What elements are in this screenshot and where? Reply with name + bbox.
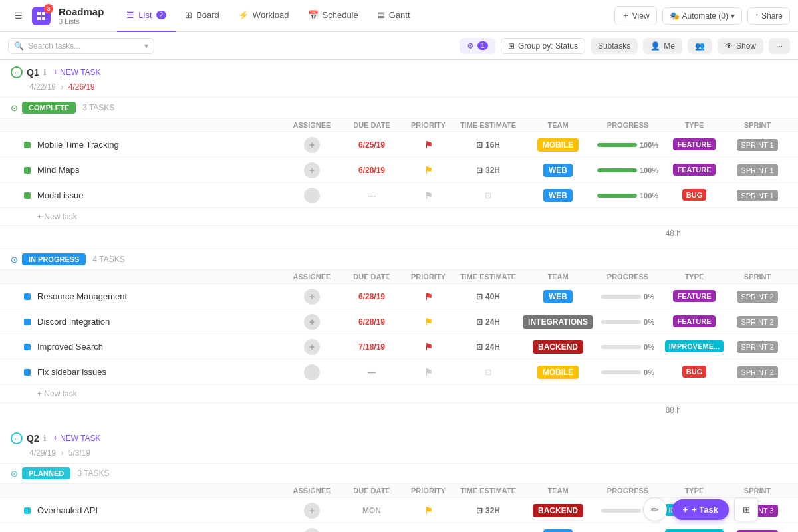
share-button[interactable]: ↑ Share — [747, 7, 790, 25]
subtasks-button[interactable]: Subtasks — [591, 38, 638, 54]
me-button[interactable]: 👤 Me — [643, 38, 682, 54]
task-name: Discord Integration — [37, 317, 282, 327]
task-row[interactable]: Mobile Time Tracking + 6/25/19 ⚑ ⊡ 16h M… — [0, 132, 798, 158]
q2-info-icon[interactable]: ℹ — [43, 434, 47, 443]
tab-list[interactable]: ☰ List 2 — [117, 0, 176, 32]
more-options-button[interactable]: ··· — [769, 38, 790, 54]
progress-fill — [597, 168, 637, 172]
automate-button[interactable]: 🎭 Automate (0) ▾ — [662, 7, 742, 25]
show-button[interactable]: 👁 Show — [718, 38, 763, 54]
col-sprint: SPRINT — [728, 273, 787, 281]
main-content: ○ Q1 ℹ + NEW TASK 4/22/19 › 4/26/19 ⊙ CO… — [0, 60, 798, 532]
avatar[interactable]: + — [304, 289, 320, 305]
me-icon: 👤 — [650, 41, 660, 51]
task-assignee[interactable]: + — [282, 503, 342, 519]
task-dot — [24, 142, 31, 148]
q2-toggle[interactable]: ○ — [11, 432, 23, 444]
task-assignee[interactable]: + — [282, 137, 342, 153]
task-team: Web — [521, 189, 595, 202]
edit-fab-button[interactable]: ✏ — [643, 497, 667, 521]
avatar[interactable]: + — [304, 162, 320, 178]
grid-fab-button[interactable]: ⊞ — [734, 497, 758, 521]
progress-fill — [597, 194, 637, 198]
q1-arrow: › — [61, 82, 63, 92]
avatar[interactable]: ⊡ — [304, 188, 320, 203]
in-progress-toggle[interactable]: ⊙ — [11, 255, 18, 265]
type-badge: Feature — [673, 315, 715, 327]
task-assignee[interactable]: + — [282, 314, 342, 330]
team-badge: Mobile — [537, 366, 579, 379]
group-by-button[interactable]: ⊞ Group by: Status — [501, 38, 585, 54]
task-name: Fix sidebar issues — [37, 367, 282, 377]
filter-button[interactable]: ⚙ 1 — [460, 38, 495, 54]
avatar[interactable]: + — [304, 339, 320, 355]
avatar[interactable]: + — [304, 137, 320, 153]
complete-toggle[interactable]: ⊙ — [11, 103, 18, 113]
task-assignee[interactable]: + — [282, 289, 342, 305]
add-task-complete[interactable]: + New task — [0, 208, 798, 225]
task-team: Backend — [521, 340, 595, 354]
tab-workload[interactable]: ⚡ Workload — [229, 0, 299, 32]
task-time: ⊡ 32h — [455, 166, 521, 175]
app-title: Roadmap — [59, 6, 104, 17]
sprint-badge: Sprint 3 — [737, 530, 777, 533]
add-task-in-progress[interactable]: + New task — [0, 385, 798, 402]
task-team: Integrations — [521, 315, 595, 329]
planned-toggle[interactable]: ⊙ — [11, 469, 18, 479]
col-priority: PRIORITY — [402, 121, 455, 129]
task-time: ⊡ 16h — [455, 140, 521, 150]
tab-schedule[interactable]: 📅 Schedule — [299, 0, 368, 32]
tab-list-icon: ☰ — [126, 10, 134, 20]
planned-header: ⊙ PLANNED 3 TASKS — [0, 463, 798, 483]
tab-workload-label: Workload — [253, 10, 289, 20]
time-value: 40h — [485, 292, 500, 301]
progress-text: 0% — [644, 368, 654, 376]
search-placeholder: Search tasks... — [28, 41, 80, 51]
people-button[interactable]: 👥 — [688, 38, 712, 54]
avatar[interactable]: + — [304, 314, 320, 330]
avatar[interactable]: ⊡ — [304, 364, 320, 380]
people-icon: 👥 — [695, 41, 705, 51]
q2-date-range: 4/29/19 › 5/3/19 — [0, 447, 798, 463]
tab-gantt[interactable]: ▤ Gantt — [368, 0, 420, 32]
q1-toggle[interactable]: ○ — [11, 66, 23, 78]
add-task-fab-button[interactable]: + + Task — [672, 499, 729, 520]
avatar[interactable]: + — [304, 528, 320, 533]
sprint-badge: Sprint 2 — [737, 366, 777, 378]
task-name: Resource Management — [37, 291, 282, 301]
flag-icon: ⚑ — [424, 140, 433, 150]
col-due: DUE DATE — [342, 273, 402, 281]
task-time: ⊡ 24h — [455, 342, 521, 352]
edit-icon: ✏ — [651, 505, 658, 515]
task-name: Mobile Time Tracking — [37, 140, 282, 150]
task-row[interactable]: Fix sidebar issues ⊡ — ⚑ ⊡ Mobile 0% Bug — [0, 360, 798, 385]
task-type: Feature — [661, 138, 728, 152]
progress-bar — [601, 370, 641, 374]
task-row[interactable]: Modal issue ⊡ — ⚑ ⊡ Web 100% Bug — [0, 183, 798, 208]
task-row[interactable]: Translation and Localization + 7/3/19 ⚑ … — [0, 523, 798, 532]
task-assignee[interactable]: ⊡ — [282, 364, 342, 380]
task-row[interactable]: Resource Management + 6/28/19 ⚑ ⊡ 40h We… — [0, 284, 798, 309]
task-priority: ⚑ — [402, 190, 455, 201]
q1-info-icon[interactable]: ℹ — [43, 68, 47, 77]
view-button[interactable]: ＋ View — [614, 6, 657, 25]
task-assignee[interactable]: + — [282, 339, 342, 355]
hamburger-icon[interactable]: ☰ — [8, 5, 29, 27]
task-due: — — [342, 368, 402, 377]
task-row[interactable]: Improved Search + 7/18/19 ⚑ ⊡ 24h Backen… — [0, 334, 798, 360]
task-assignee[interactable]: + — [282, 528, 342, 533]
progress-text: 0% — [644, 343, 654, 351]
avatar[interactable]: + — [304, 503, 320, 519]
task-assignee[interactable]: ⊡ — [282, 188, 342, 203]
task-row[interactable]: Mind Maps + 6/28/19 ⚑ ⊡ 32h Web 100% — [0, 158, 798, 183]
search-box[interactable]: 🔍 Search tasks... ▾ — [8, 38, 154, 54]
col-assignee: ASSIGNEE — [282, 487, 342, 495]
task-row[interactable]: Discord Integration + 6/28/19 ⚑ ⊡ 24h In… — [0, 309, 798, 334]
in-progress-badge: IN PROGRESS — [22, 253, 86, 265]
tab-board[interactable]: ⊞ Board — [176, 0, 229, 32]
q2-new-task[interactable]: + NEW TASK — [53, 434, 101, 443]
complete-badge: COMPLETE — [22, 102, 76, 114]
task-assignee[interactable]: + — [282, 162, 342, 178]
task-priority: ⚑ — [402, 342, 455, 352]
q1-new-task[interactable]: + NEW TASK — [53, 68, 101, 77]
